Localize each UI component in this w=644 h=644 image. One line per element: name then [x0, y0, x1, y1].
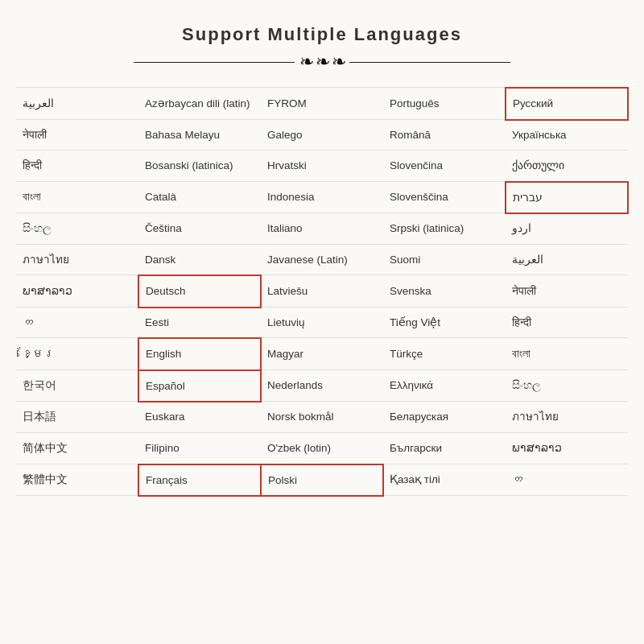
language-cell[interactable]: Bahasa Melayu	[138, 120, 261, 151]
language-cell[interactable]: বাংলা	[506, 338, 628, 370]
page-title: Support Multiple Languages	[16, 24, 628, 45]
language-cell[interactable]: Français	[138, 464, 262, 497]
language-cell[interactable]: Tiếng Việt	[383, 308, 506, 339]
language-cell[interactable]: ខ្មែរ	[16, 338, 138, 370]
language-cell[interactable]: Қазақ тілі	[383, 464, 506, 497]
language-cell[interactable]: Русский	[505, 87, 629, 121]
language-cell[interactable]: Română	[383, 120, 506, 151]
divider-line-right	[349, 62, 510, 63]
language-cell[interactable]: العربية	[16, 88, 138, 120]
language-cell[interactable]: Türkçe	[383, 338, 506, 370]
language-cell[interactable]: Lietuvių	[261, 308, 383, 339]
language-cell[interactable]: O'zbek (lotin)	[261, 433, 383, 464]
language-cell[interactable]: Galego	[261, 120, 383, 151]
language-cell[interactable]: اردو	[506, 213, 628, 245]
language-cell[interactable]: Magyar	[261, 338, 383, 370]
language-cell[interactable]: Suomi	[383, 245, 506, 276]
language-cell[interactable]: नेपाली	[506, 275, 628, 308]
language-cell[interactable]: 한국어	[16, 370, 138, 402]
language-cell[interactable]: Slovenščina	[383, 182, 506, 214]
language-cell[interactable]: Português	[383, 88, 506, 120]
language-cell[interactable]: Eesti	[138, 308, 261, 339]
language-cell[interactable]: Srpski (latinica)	[383, 213, 506, 245]
language-cell[interactable]: ქართული	[506, 151, 628, 182]
divider-ornament: ❧ ❧ ❧	[299, 52, 345, 72]
language-cell[interactable]: Javanese (Latin)	[261, 245, 383, 276]
language-cell[interactable]: हिन्दी	[16, 151, 138, 182]
language-cell[interactable]: Беларуская	[383, 402, 506, 433]
language-cell[interactable]: တ	[506, 464, 628, 497]
language-cell[interactable]: සිංහල	[16, 213, 138, 245]
language-cell[interactable]: Italiano	[261, 213, 383, 245]
language-cell[interactable]: हिन्दी	[506, 308, 628, 339]
language-cell[interactable]: Ελληνικά	[383, 370, 506, 402]
language-cell[interactable]: Español	[138, 369, 262, 403]
language-cell[interactable]: English	[138, 337, 262, 371]
languages-grid: العربيةAzərbaycan dili (latin)FYROMPortu…	[16, 87, 628, 496]
language-cell[interactable]: Dansk	[138, 245, 261, 276]
language-cell[interactable]: עברית	[505, 181, 629, 215]
language-cell[interactable]: Polski	[260, 464, 384, 497]
language-cell[interactable]: Indonesia	[261, 182, 383, 214]
language-cell[interactable]: FYROM	[261, 88, 383, 120]
language-cell[interactable]: 日本語	[16, 402, 138, 433]
language-cell[interactable]: ภาษาไทย	[16, 245, 138, 276]
language-cell[interactable]: සිංහල	[506, 370, 628, 402]
language-cell[interactable]: Deutsch	[138, 275, 262, 308]
language-cell[interactable]: တ	[16, 308, 138, 339]
language-cell[interactable]: 繁體中文	[16, 464, 138, 497]
language-cell[interactable]: 简体中文	[16, 433, 138, 464]
language-cell[interactable]: Norsk bokmål	[261, 402, 383, 433]
divider-line-left	[134, 62, 295, 63]
language-cell[interactable]: Български	[383, 433, 506, 464]
language-cell[interactable]: नेपाली	[16, 120, 138, 151]
language-cell[interactable]: Hrvatski	[261, 151, 383, 182]
language-cell[interactable]: Euskara	[138, 402, 261, 433]
page-wrapper: Support Multiple Languages ❧ ❧ ❧ العربية…	[0, 0, 644, 512]
language-cell[interactable]: العربية	[506, 245, 628, 276]
language-cell[interactable]: Čeština	[138, 213, 261, 245]
language-cell[interactable]: Azərbaycan dili (latin)	[138, 88, 261, 120]
language-cell[interactable]: বাংলা	[16, 182, 138, 214]
language-cell[interactable]: ພາສາລາວ	[506, 433, 628, 464]
language-cell[interactable]: Filipino	[138, 433, 261, 464]
page-header: Support Multiple Languages ❧ ❧ ❧	[16, 24, 628, 72]
language-cell[interactable]: Bosanski (latinica)	[138, 151, 261, 182]
language-cell[interactable]: Nederlands	[261, 370, 383, 402]
language-cell[interactable]: Slovenčina	[383, 151, 506, 182]
language-cell[interactable]: Català	[138, 182, 261, 214]
language-cell[interactable]: Українська	[506, 120, 628, 151]
language-cell[interactable]: ภาษาไทย	[506, 402, 628, 433]
language-cell[interactable]: Latviešu	[261, 275, 383, 308]
language-cell[interactable]: ພາສາລາວ	[16, 275, 138, 308]
language-cell[interactable]: Svenska	[383, 275, 506, 308]
header-divider: ❧ ❧ ❧	[16, 52, 628, 72]
